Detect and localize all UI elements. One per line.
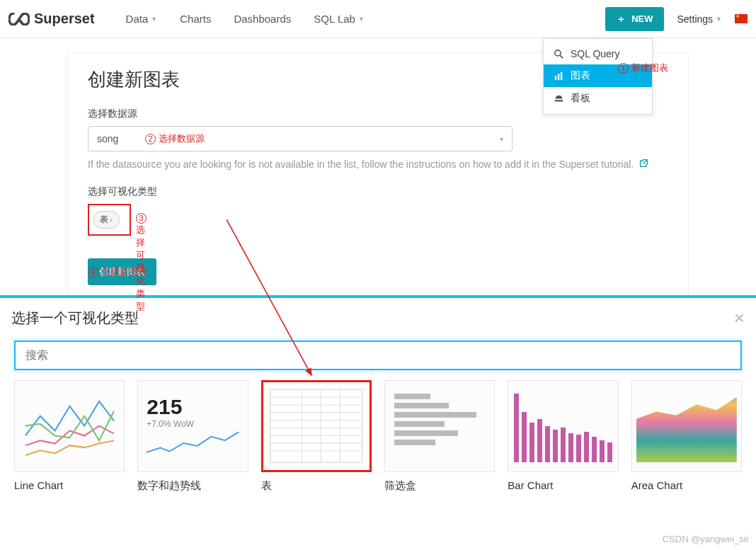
modal-body: Line Chart 215 +7.0% WoW 数字和趋势线 表 [0,331,756,503]
viztype-select[interactable]: 表 [93,211,120,229]
settings-menu[interactable]: Settings ▼ [677,13,722,25]
big-number-sub: +7.0% WoW [147,419,194,429]
viz-thumb [384,380,495,472]
viz-card-bar-chart[interactable]: Bar Chart [508,380,618,493]
viztype-label: 选择可视化类型 [88,185,668,198]
viz-label: Area Chart [631,479,742,491]
viz-type-modal: 选择一个可视化类型 × Line Chart 215 +7.0% WoW 数字和… [0,295,756,550]
viz-card-table[interactable]: 表 [261,380,372,493]
viztype-value: 表 [100,214,108,226]
viz-thumb [261,380,372,472]
modal-header: 选择一个可视化类型 × [0,298,756,331]
viz-card-filter-box[interactable]: 筛选盒 [384,380,495,493]
datasource-value: song [97,133,118,144]
close-icon[interactable]: × [734,309,745,327]
svg-rect-3 [557,74,559,80]
datasource-select[interactable]: song 2选择数据源 [88,126,512,151]
settings-label: Settings [677,13,713,25]
top-nav: Superset Data▼ Charts Dashboards SQL Lab… [0,0,756,38]
dropdown-label: SQL Query [571,48,620,59]
annotation-1: 1新建图表 [618,62,668,74]
new-button[interactable]: ＋ NEW [605,7,664,31]
annotation-4: 4创建新图表 [88,265,147,278]
nav-item-dashboards[interactable]: Dashboards [222,13,302,25]
viz-label: 表 [261,479,372,493]
brand-text: Superset [34,11,95,27]
svg-line-1 [560,55,563,58]
nav-item-data[interactable]: Data▼ [115,13,169,25]
svg-rect-4 [560,71,561,79]
nav-item-charts[interactable]: Charts [168,13,222,25]
search-icon [554,50,563,59]
plus-icon: ＋ [617,13,626,25]
big-number: 215 [147,395,182,419]
new-dropdown: SQL Query 图表 看板 [543,38,653,115]
infinity-icon [8,13,30,25]
brand-logo[interactable]: Superset [8,11,95,27]
svg-point-0 [554,50,560,55]
viz-label: Line Chart [14,479,125,491]
datasource-hint: If the datasource you are looking for is… [88,159,668,170]
dropdown-item-dashboard[interactable]: 看板 [544,87,652,110]
dashboard-icon [554,94,563,103]
viz-thumb [14,380,125,472]
chart-bar-icon [554,71,563,81]
caret-icon: ▼ [151,16,157,23]
viz-card-line-chart[interactable]: Line Chart [14,380,125,493]
svg-rect-5 [270,390,362,463]
viz-label: 筛选盒 [384,479,495,493]
new-button-label: NEW [631,13,653,24]
viz-label: 数字和趋势线 [137,479,248,493]
viz-label: Bar Chart [508,479,618,491]
viz-thumb [508,380,618,472]
dropdown-label: 看板 [571,92,590,105]
svg-rect-2 [554,76,556,80]
flag-icon[interactable] [735,14,748,23]
caret-icon: ▼ [716,16,722,23]
viz-thumb [631,380,742,472]
viz-card-area-chart[interactable]: Area Chart [631,380,742,493]
nav-items: Data▼ Charts Dashboards SQL Lab▼ [115,13,376,25]
watermark: CSDN @yangwei_sir [663,534,749,544]
nav-right: ＋ NEW Settings ▼ [605,7,748,31]
viz-thumb: 215 +7.0% WoW [137,380,248,472]
annotation-2: 2选择数据源 [145,132,205,145]
search-input[interactable] [14,340,742,370]
dropdown-label: 图表 [571,69,590,82]
viztype-section: 选择可视化类型 表 3选择可视化类型 [88,185,668,236]
nav-item-sqllab[interactable]: SQL Lab▼ [302,13,376,25]
external-link-icon[interactable] [639,159,648,170]
datasource-section: 选择数据源 song 2选择数据源 If the datasource you … [88,108,668,170]
viz-grid: Line Chart 215 +7.0% WoW 数字和趋势线 表 [14,380,742,493]
caret-icon: ▼ [358,16,365,23]
modal-title: 选择一个可视化类型 [11,309,139,328]
viztype-redbox: 表 3选择可视化类型 [88,204,131,236]
annotation-3: 3选择可视化类型 [136,212,149,313]
viz-card-big-number[interactable]: 215 +7.0% WoW 数字和趋势线 [137,380,248,493]
